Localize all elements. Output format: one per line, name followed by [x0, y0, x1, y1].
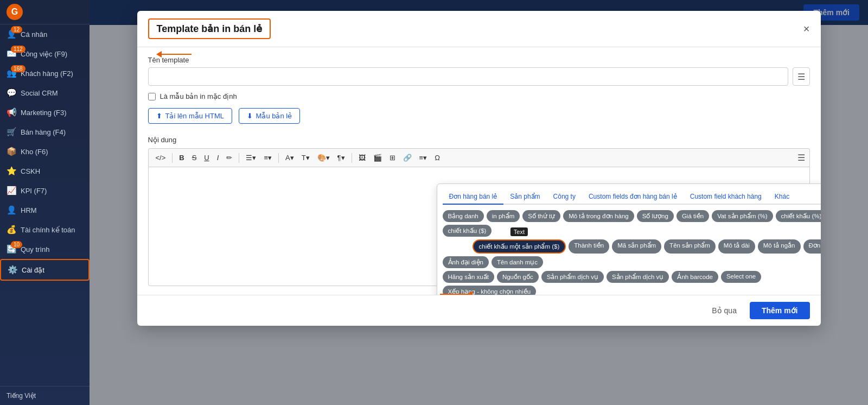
toolbar-text-size-btn[interactable]: T▾	[299, 152, 312, 163]
toolbar-font-btn[interactable]: A▾	[283, 152, 297, 163]
toolbar-bold-btn[interactable]: B	[176, 152, 187, 163]
tag-so-thu-tu[interactable]: Số thứ tự	[522, 210, 560, 222]
social-crm-icon: 💬	[7, 88, 16, 98]
sidebar-logo: G	[0, 0, 90, 24]
modal-footer: Bỏ qua Thêm mới	[137, 295, 821, 326]
toolbar-table-btn[interactable]: ⊞	[387, 152, 398, 163]
toolbar-omega-btn[interactable]: Ω	[432, 152, 443, 163]
them-moi-modal-button[interactable]: Thêm mới	[750, 302, 810, 319]
logo-icon: G	[7, 4, 23, 20]
tab-cong-ty[interactable]: Công ty	[547, 189, 582, 205]
sidebar-item-kpi[interactable]: 📈 KPI (F7)	[0, 181, 90, 200]
tag-nguon-goc[interactable]: Nguồn gốc	[497, 271, 539, 283]
sidebar-item-cong-viec[interactable]: ✉️ 112 Công việc (F9)	[0, 44, 90, 64]
ten-template-input[interactable]	[148, 67, 788, 86]
tag-gia-tien[interactable]: Giá tiền	[676, 210, 709, 222]
toolbar-sep-2	[239, 153, 239, 163]
tab-don-hang[interactable]: Đơn hàng bán lẻ	[443, 189, 504, 205]
tab-san-pham[interactable]: Sản phẩm	[503, 189, 546, 205]
cai-dat-icon: ⚙️	[8, 265, 17, 275]
toolbar-align-btn[interactable]: ≡▾	[417, 152, 430, 163]
toolbar-video-btn[interactable]: 🎬	[371, 152, 385, 163]
toolbar-color-btn[interactable]: 🎨▾	[315, 152, 333, 163]
list-icon-button[interactable]: ☰	[793, 67, 810, 86]
toolbar-sep-1	[172, 153, 173, 163]
tag-select-one[interactable]: Select one	[721, 271, 761, 283]
sidebar-item-quy-trinh[interactable]: 🔄 10 Quy trình	[0, 239, 90, 259]
toolbar-link-btn[interactable]: 🔗	[400, 152, 414, 163]
tag-mo-ta-don-hang[interactable]: Mô tả trong đơn hàng	[563, 210, 634, 222]
tooltip-text: Text	[510, 227, 528, 236]
sidebar-item-hrm[interactable]: 👤 HRM	[0, 200, 90, 220]
sidebar-item-khach-hang[interactable]: 👥 168 Khách hàng (F2)	[0, 64, 90, 83]
tab-custom-field-khach-hang[interactable]: Custom field khách hàng	[684, 189, 768, 205]
sidebar-item-cskh[interactable]: ⭐ CSKH	[0, 161, 90, 181]
modal-header: Template bản in bán lẻ ×	[137, 11, 821, 47]
toolbar-paragraph-btn[interactable]: ¶▾	[335, 152, 348, 163]
list-icon: ☰	[797, 72, 805, 82]
sidebar-item-ca-nhan[interactable]: 👤 12 Cá nhân	[0, 24, 90, 44]
tag-don-vi[interactable]: Đơn vị	[803, 239, 821, 254]
toolbar-sep-4	[352, 153, 352, 163]
modal: Template bản in bán lẻ × Tên template ☰	[137, 11, 821, 326]
toolbar-underline-btn[interactable]: U	[201, 152, 212, 163]
tab-custom-fields-don-hang[interactable]: Custom fields đơn hàng bán lẻ	[582, 189, 684, 205]
toolbar-ordered-btn[interactable]: ≡▾	[261, 152, 275, 163]
sidebar-item-cai-dat[interactable]: ⚙️ Cài đặt	[0, 259, 90, 281]
toolbar-list-btn[interactable]: ☰▾	[243, 152, 259, 163]
mau-ban-le-button[interactable]: ⬇ Mẫu bản lẻ	[239, 108, 301, 124]
tags-row-1: Bảng danh in phẩm Số thứ tự Mô tả trong …	[443, 210, 821, 237]
ten-template-row: ☰	[148, 67, 810, 86]
tag-chiet-khau-pct[interactable]: chiết khấu (%)	[776, 210, 821, 222]
tags-row-3: Hãng sản xuất Nguồn gốc Sản phẩm dịch vụ…	[443, 271, 821, 295]
tag-mo-ta-dai[interactable]: Mô tả dài	[718, 239, 755, 254]
tag-xep-hang[interactable]: Xếp hạng - không chọn nhiều	[443, 286, 537, 295]
modal-close-button[interactable]: ×	[803, 23, 810, 34]
tag-so-luong[interactable]: Số lượng	[637, 210, 674, 222]
sidebar-item-social-crm[interactable]: 💬 Social CRM	[0, 83, 90, 103]
tag-anh-barcode[interactable]: Ảnh barcode	[672, 271, 718, 283]
hrm-icon: 👤	[7, 205, 16, 215]
tab-khac[interactable]: Khác	[768, 189, 796, 205]
tag-thanh-tien[interactable]: Thành tiền	[569, 239, 609, 254]
tag-in-pham[interactable]: in phẩm	[487, 210, 520, 222]
checkbox-row: Là mẫu bản in mặc định	[148, 92, 810, 100]
sidebar: G 👤 12 Cá nhân ✉️ 112 Công việc (F9) 👥 1…	[0, 0, 90, 405]
toolbar-image-btn[interactable]: 🖼	[356, 152, 368, 163]
tai-chinh-icon: 💰	[7, 225, 16, 235]
tag-ma-san-pham[interactable]: Mã sản phẩm	[612, 239, 661, 254]
sidebar-item-kho[interactable]: 📦 Kho (F6)	[0, 142, 90, 161]
editor-content[interactable]: Đơn hàng bán lẻ Sản phẩm Công ty Custom …	[148, 167, 810, 286]
tag-san-pham-dich-vu-2[interactable]: Sản phẩm dịch vụ	[607, 271, 669, 283]
kho-icon: 📦	[7, 147, 16, 156]
tag-vat[interactable]: Vat sản phẩm (%)	[712, 210, 773, 222]
sidebar-footer: Tiếng Việt	[0, 386, 90, 405]
upload-html-button[interactable]: ⬆ Tải lên mẫu HTML	[148, 108, 232, 124]
tag-san-pham-dich-vu-1[interactable]: Sản phẩm dịch vụ	[541, 271, 604, 283]
tag-anh-dai-dien[interactable]: Ảnh đại diện	[443, 256, 489, 268]
tag-ten-san-pham[interactable]: Tên sản phẩm	[664, 239, 716, 254]
toolbar-pen-btn[interactable]: ✏	[224, 152, 235, 163]
main-area: Thêm mới Template bản in bán lẻ × T	[90, 0, 868, 405]
tag-chiet-khau-dollar[interactable]: chiết khấu ($)	[443, 225, 492, 237]
upload-html-icon: ⬆	[156, 112, 162, 120]
sidebar-item-marketing[interactable]: 📢 Marketing (F3)	[0, 103, 90, 122]
sidebar-item-ban-hang[interactable]: 🛒 Bán hàng (F4)	[0, 122, 90, 142]
tag-hang-san-xuat[interactable]: Hãng sản xuất	[443, 271, 494, 283]
toolbar-italic-btn[interactable]: I	[214, 152, 222, 163]
toolbar-strike-btn[interactable]: S	[189, 152, 200, 163]
bo-qua-button[interactable]: Bỏ qua	[705, 303, 743, 318]
cskh-icon: ⭐	[7, 166, 16, 176]
toolbar-code-btn[interactable]: </>	[153, 152, 169, 163]
tag-bang-danh[interactable]: Bảng danh	[443, 210, 484, 222]
toolbar-right-icon[interactable]: ☰	[797, 153, 805, 163]
tag-mo-ta-ngan[interactable]: Mô tả ngắn	[758, 239, 801, 254]
default-template-checkbox[interactable]	[148, 93, 156, 100]
toolbar-sep-3	[278, 153, 279, 163]
checkbox-label[interactable]: Là mẫu bản in mặc định	[160, 92, 237, 100]
tags-tabs: Đơn hàng bán lẻ Sản phẩm Công ty Custom …	[443, 189, 821, 205]
sidebar-item-tai-chinh[interactable]: 💰 Tài chính kế toán	[0, 220, 90, 239]
upload-buttons-row: ⬆ Tải lên mẫu HTML ⬇ Mẫu bản lẻ	[148, 108, 810, 130]
tag-ten-danh-muc[interactable]: Tên danh mục	[492, 256, 543, 268]
tag-chiet-khau-mot-san-pham[interactable]: Text chiết khấu một sản phẩm ($)	[473, 239, 566, 254]
